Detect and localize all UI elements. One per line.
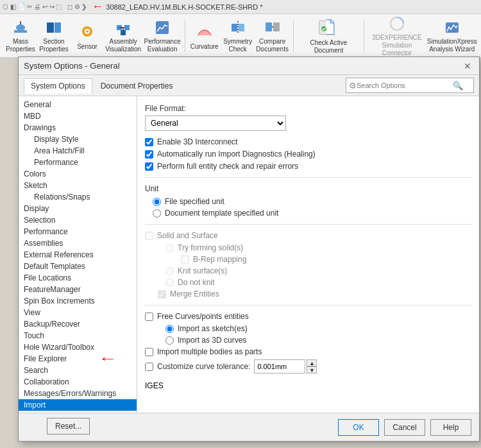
- document-title: 30882_LEAD.HV.1M.BLK.H-SOCKET.RE-SHRD *: [103, 3, 478, 11]
- import-multiple-bodies-row[interactable]: Import multiple bodies as parts: [145, 347, 471, 356]
- document-template-unit-label: Document template specified unit: [165, 209, 278, 218]
- compare-documents-button[interactable]: CompareDocuments: [256, 17, 289, 55]
- simulationxpress-button[interactable]: SimulationXpressAnalysis Wizard: [428, 17, 477, 55]
- tree-item-file-locations[interactable]: File Locations: [19, 272, 137, 284]
- tree-item-touch[interactable]: Touch: [19, 330, 137, 341]
- auto-import-diagnostics-checkbox[interactable]: [145, 150, 153, 159]
- performance-evaluation-button[interactable]: PerformanceEvaluation: [144, 17, 180, 55]
- free-curves-row[interactable]: Free Curves/points entities: [145, 312, 471, 321]
- 3dexperience-button[interactable]: 3DEXPERIENCESimulation Connector: [368, 17, 425, 55]
- tab-system-options[interactable]: System Options: [24, 78, 92, 94]
- check-active-document-label: Check Active Document: [300, 39, 357, 55]
- tree-item-external-references[interactable]: External References: [19, 249, 137, 261]
- svg-point-1: [16, 24, 25, 31]
- spinner-up-button[interactable]: ▲: [307, 359, 317, 366]
- tab-document-properties[interactable]: Document Properties: [94, 78, 180, 93]
- enable-3d-interconnect-row[interactable]: Enable 3D Interconnect: [145, 137, 471, 146]
- tree-item-backup-recover[interactable]: Backup/Recover: [19, 318, 137, 330]
- import-multiple-bodies-checkbox[interactable]: [145, 348, 153, 356]
- svg-rect-14: [156, 21, 169, 34]
- tree-item-mbd[interactable]: MBD: [19, 110, 137, 122]
- reset-button[interactable]: Reset...: [47, 418, 90, 435]
- tree-item-performance-drawings[interactable]: Performance: [19, 157, 137, 168]
- customize-curve-tolerance-row[interactable]: Customize curve tolerance: ▲ ▼: [145, 359, 471, 374]
- auto-import-diagnostics-row[interactable]: Automatically run Import Diagnostics (He…: [145, 150, 471, 159]
- solid-surface-row: Solid and Surface: [145, 231, 471, 240]
- dialog-footer: Reset... OK Cancel Help: [19, 413, 479, 441]
- import-as-sketches-radio[interactable]: [165, 325, 174, 333]
- file-specified-unit-label: File specified unit: [165, 197, 224, 206]
- tree-item-performance[interactable]: Performance: [19, 226, 137, 237]
- tree-item-relations-snaps[interactable]: Relations/Snaps: [19, 191, 137, 203]
- do-not-knit-row: Do not knit: [165, 278, 471, 287]
- help-button[interactable]: Help: [430, 419, 471, 436]
- simulationxpress-label: SimulationXpressAnalysis Wizard: [427, 38, 477, 53]
- cancel-button[interactable]: Cancel: [384, 419, 425, 436]
- ok-button[interactable]: OK: [338, 419, 379, 436]
- toolbar-divider2: [293, 20, 294, 52]
- import-as-3d-curves-label: Import as 3D curves: [178, 336, 246, 345]
- search-box[interactable]: ⚙ 🔍: [346, 78, 474, 93]
- solid-surface-label: Solid and Surface: [157, 231, 218, 240]
- dialog-tabs: System Options Document Properties: [24, 78, 346, 93]
- document-template-unit-radio[interactable]: [153, 209, 161, 218]
- enable-3d-interconnect-checkbox[interactable]: [145, 138, 153, 146]
- tree-item-sketch[interactable]: Sketch: [19, 180, 137, 191]
- tree-item-file-explorer[interactable]: File Explorer: [19, 353, 137, 365]
- free-curves-checkbox[interactable]: [145, 313, 153, 321]
- full-entity-check-row[interactable]: Perform full entity check and repair err…: [145, 162, 471, 171]
- tree-item-display[interactable]: Display: [19, 203, 137, 214]
- section-properties-button[interactable]: SectionProperties: [38, 17, 69, 55]
- file-specified-unit-row[interactable]: File specified unit: [153, 197, 471, 206]
- assembly-visualization-button[interactable]: AssemblyVisualization: [105, 17, 141, 55]
- section-properties-label: SectionProperties: [39, 38, 69, 53]
- auto-import-diagnostics-label: Automatically run Import Diagnostics (He…: [157, 150, 316, 159]
- symmetry-check-button[interactable]: SymmetryCheck: [223, 17, 253, 55]
- dialog-close-button[interactable]: ✕: [461, 60, 474, 73]
- compare-documents-label: CompareDocuments: [256, 38, 289, 53]
- sensor-label: Sensor: [77, 43, 97, 51]
- tree-item-featuremanager[interactable]: FeatureManager: [19, 284, 137, 295]
- import-as-3d-curves-radio[interactable]: [165, 336, 174, 345]
- tree-item-hole-wizard-toolbox[interactable]: Hole Wizard/Toolbox: [19, 341, 137, 353]
- search-icon: ⚙: [349, 81, 357, 90]
- tree-item-general[interactable]: General: [19, 99, 137, 110]
- tree-item-area-hatch-fill[interactable]: Area Hatch/Fill: [19, 145, 137, 157]
- svg-rect-11: [121, 30, 126, 35]
- check-active-document-button[interactable]: Check Active Document: [297, 17, 360, 55]
- tree-item-colors[interactable]: Colors: [19, 168, 137, 180]
- tree-item-search[interactable]: Search: [19, 365, 137, 376]
- do-not-knit-radio: [165, 279, 174, 287]
- curve-tolerance-spinner[interactable]: ▲ ▼: [254, 359, 317, 374]
- import-as-sketches-label: Import as sketch(es): [178, 324, 248, 333]
- curvature-button[interactable]: Curvature: [189, 17, 220, 55]
- file-specified-unit-radio[interactable]: [153, 198, 161, 206]
- spinner-down-button[interactable]: ▼: [307, 366, 317, 374]
- toolbar-divider1: [185, 20, 185, 52]
- search-input[interactable]: [357, 82, 453, 89]
- customize-curve-tolerance-checkbox[interactable]: [145, 363, 153, 371]
- tree-item-assemblies[interactable]: Assemblies: [19, 237, 137, 249]
- divider2: [145, 224, 471, 225]
- full-entity-check-checkbox[interactable]: [145, 162, 153, 171]
- solid-surface-checkbox: [145, 232, 153, 240]
- tree-item-drawings[interactable]: Drawings: [19, 122, 137, 134]
- curve-tolerance-input[interactable]: [254, 359, 305, 374]
- import-as-sketches-row[interactable]: Import as sketch(es): [165, 324, 471, 333]
- file-format-select[interactable]: General IGES STEP DXF/DWG STL: [145, 116, 286, 131]
- tree-item-default-templates[interactable]: Default Templates: [19, 261, 137, 272]
- import-as-3d-curves-row[interactable]: Import as 3D curves: [165, 336, 471, 345]
- tree-item-collaboration[interactable]: Collaboration: [19, 376, 137, 388]
- solid-sub-section: Try forming solid(s) B-Rep mapping Knit …: [158, 243, 471, 287]
- left-panel: General MBD Drawings Display Style Area …: [19, 96, 137, 413]
- sensor-button[interactable]: Sensor: [72, 17, 103, 55]
- toolbar-arrow-indicator: ←: [92, 0, 103, 13]
- document-template-unit-row[interactable]: Document template specified unit: [153, 209, 471, 218]
- tree-item-selection[interactable]: Selection: [19, 214, 137, 226]
- tree-item-display-style[interactable]: Display Style: [19, 134, 137, 145]
- mass-properties-button[interactable]: MassProperties: [5, 17, 36, 55]
- tree-item-spin-box-increments[interactable]: Spin Box Increments: [19, 295, 137, 307]
- tree-item-messages-errors-warnings[interactable]: Messages/Errors/Warnings: [19, 388, 137, 399]
- tree-item-import[interactable]: Import: [19, 399, 137, 411]
- tree-item-view[interactable]: View: [19, 307, 137, 318]
